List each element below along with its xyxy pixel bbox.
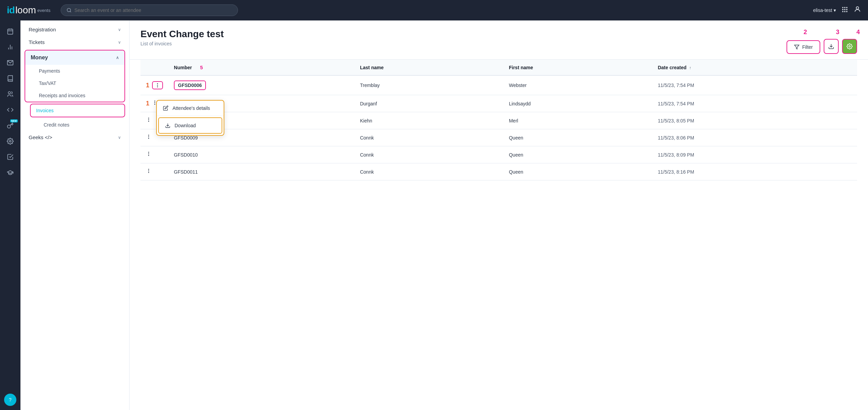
row-number-cell: GFSD0011: [168, 163, 355, 180]
logo-id: id: [7, 5, 15, 16]
page-subtitle: List of invoices: [140, 41, 224, 46]
table-row: GFSD0008 Kiehn Merl 11/5/23, 8:05 PM: [140, 112, 857, 129]
search-input[interactable]: [74, 8, 232, 13]
row-date-cell: 11/5/23, 8:06 PM: [652, 129, 857, 146]
sidebar-item-users[interactable]: [3, 87, 17, 101]
three-dots-button[interactable]: [146, 134, 151, 141]
col-date-header[interactable]: Date created ↑: [652, 60, 857, 75]
avatar-icon[interactable]: [854, 5, 861, 15]
annotation-1a: 1: [146, 82, 149, 89]
chevron-down-icon: ∨: [118, 135, 121, 140]
col-lastname-header[interactable]: Last name: [355, 60, 504, 75]
table-row: 1 GFSD0006 Tremblay Webster 11/5/23, 7:5…: [140, 75, 857, 95]
filter-icon: [794, 44, 799, 50]
three-dots-button[interactable]: [146, 168, 151, 175]
row-number-cell: GFSD0010: [168, 146, 355, 163]
three-dots-button[interactable]: [146, 117, 151, 124]
svg-point-23: [157, 85, 158, 86]
table-header-row: Number 5 Last name First name Date creat…: [140, 60, 857, 75]
svg-point-10: [856, 7, 858, 9]
svg-point-38: [148, 169, 149, 170]
sidebar-item-geeks[interactable]: Geeks </> ∨: [20, 131, 129, 144]
invoices-table: Number 5 Last name First name Date creat…: [140, 60, 857, 180]
filter-button[interactable]: Filter: [787, 40, 820, 54]
sidebar: Registration ∨ Tickets ∨ Money ∧ Payment…: [20, 20, 130, 410]
col-actions: [140, 60, 168, 75]
row-lastname-cell: Durganf: [355, 95, 504, 112]
sidebar-item-money[interactable]: Money ∧: [25, 50, 124, 65]
sidebar-item-graduation[interactable]: [3, 166, 17, 179]
row-firstname-cell: Queen: [504, 129, 653, 146]
sidebar-item-tax-vat[interactable]: Tax/VAT: [25, 77, 124, 89]
row-number-cell: GFSD0006: [168, 75, 355, 95]
svg-point-18: [10, 141, 11, 142]
svg-point-16: [8, 92, 11, 94]
topnav: idloom events elisa-test ▾: [0, 0, 868, 20]
svg-rect-11: [8, 29, 13, 34]
invoice-number: GFSD0006: [174, 80, 206, 90]
col-firstname-header[interactable]: First name: [504, 60, 653, 75]
user-label[interactable]: elisa-test ▾: [813, 8, 836, 13]
help-button[interactable]: ?: [4, 394, 16, 406]
three-dots-button[interactable]: [152, 81, 163, 89]
sidebar-item-payments[interactable]: Payments: [25, 65, 124, 77]
svg-point-34: [148, 138, 149, 139]
sidebar-item-chart[interactable]: [3, 40, 17, 54]
row-firstname-cell: Queen: [504, 146, 653, 163]
sort-arrow-icon: ↑: [689, 65, 691, 70]
icon-bar: ?: [0, 20, 20, 410]
topnav-right: elisa-test ▾: [813, 5, 861, 15]
row-lastname-cell: Connk: [355, 146, 504, 163]
chevron-down-icon: ▾: [834, 8, 836, 13]
svg-point-0: [67, 8, 71, 12]
sidebar-item-credit-notes[interactable]: Credit notes: [30, 119, 129, 131]
row-actions-cell: 1: [140, 75, 168, 95]
sidebar-item-book[interactable]: [3, 72, 17, 85]
sidebar-item-settings[interactable]: [3, 134, 17, 148]
sidebar-item-calendar[interactable]: [3, 25, 17, 38]
row-actions-cell: [140, 146, 168, 163]
sidebar-item-code[interactable]: [3, 103, 17, 117]
chevron-down-icon: ∨: [118, 27, 121, 32]
search-bar[interactable]: [61, 4, 238, 16]
col-number-header[interactable]: Number 5: [168, 60, 355, 75]
svg-point-32: [148, 135, 149, 136]
svg-rect-5: [844, 9, 845, 10]
row-lastname-cell: Connk: [355, 163, 504, 180]
row-lastname-cell: Connk: [355, 129, 504, 146]
sidebar-item-email[interactable]: [3, 56, 17, 70]
row-date-cell: 11/5/23, 8:16 PM: [652, 163, 857, 180]
svg-point-27: [154, 104, 155, 105]
annotation-1b: 1: [146, 100, 149, 107]
main-content: Event Change test List of invoices 2 3 4…: [130, 20, 868, 410]
download-icon: [165, 123, 170, 128]
sidebar-item-check[interactable]: [3, 150, 17, 164]
row-firstname-cell: Merl: [504, 112, 653, 129]
svg-point-24: [157, 86, 158, 87]
row-firstname-cell: Webster: [504, 75, 653, 95]
search-icon: [66, 8, 72, 13]
grid-icon[interactable]: [841, 6, 848, 15]
sidebar-item-receipts[interactable]: Receipts and invoices: [25, 89, 124, 102]
sidebar-item-registration[interactable]: Registration ∨: [20, 23, 129, 36]
dropdown-download[interactable]: 2 Download: [158, 117, 222, 134]
chevron-up-icon: ∧: [116, 55, 119, 60]
svg-point-17: [8, 125, 11, 128]
sidebar-item-invoices[interactable]: Invoices: [30, 104, 125, 117]
sidebar-item-tickets[interactable]: Tickets ∨: [20, 36, 129, 48]
table-row: GFSD0010 Connk Queen 11/5/23, 8:09 PM: [140, 146, 857, 163]
sidebar-item-key[interactable]: [3, 119, 17, 132]
main-layout: ? Registration ∨ Tickets ∨ Money ∧ Payme…: [0, 20, 868, 410]
dropdown-attendee-details[interactable]: Attendee's details: [157, 101, 224, 116]
row-date-cell: 11/5/23, 8:09 PM: [652, 146, 857, 163]
download-button[interactable]: [824, 39, 839, 54]
svg-point-35: [148, 152, 149, 153]
header-actions: 2 3 4 Filter: [787, 29, 857, 54]
settings-button[interactable]: [842, 39, 857, 54]
svg-rect-9: [846, 11, 847, 12]
three-dots-button[interactable]: [146, 151, 151, 158]
download-icon: [828, 43, 834, 49]
svg-point-22: [157, 83, 158, 84]
annotation-2: 2: [804, 29, 807, 36]
annotation-5: 5: [200, 64, 203, 70]
